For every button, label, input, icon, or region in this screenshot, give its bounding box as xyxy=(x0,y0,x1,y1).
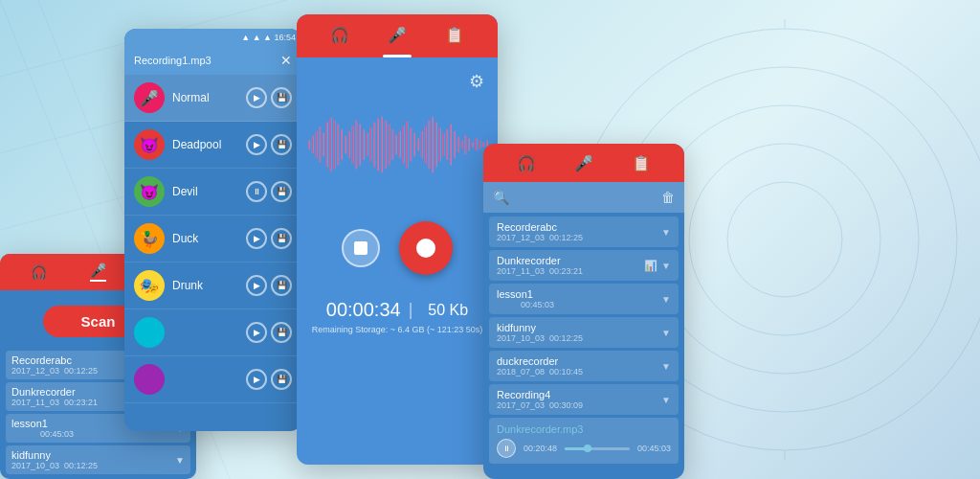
list-item[interactable]: kidfunny 2017_10_03 00:12:25 ▼ xyxy=(6,445,190,474)
delete-icon[interactable]: 🗑 xyxy=(661,190,675,205)
chevron-icon: ▼ xyxy=(661,395,671,405)
item-meta: 2017_12_03 00:12:25 xyxy=(497,233,583,242)
svg-rect-48 xyxy=(432,117,434,173)
tab-list-icon[interactable]: 📋 xyxy=(445,26,464,44)
records-list: Recorderabc 2017_12_03 00:12:25 ▼ Dunkre… xyxy=(483,217,684,415)
tab-headphones-icon[interactable]: 🎧 xyxy=(330,26,349,44)
item-right: 📊 ▼ xyxy=(644,260,671,272)
item-title: lesson1 xyxy=(11,418,74,429)
item-meta: 2017_11_03 00:23:21 xyxy=(497,266,583,276)
phone-right-topbar: 🎧 🎤 📋 xyxy=(483,144,684,182)
effect-name-normal: Normal xyxy=(172,91,238,104)
save-button-devil[interactable]: 💾 xyxy=(271,181,292,202)
tab-headphones-icon[interactable]: 🎧 xyxy=(31,264,47,280)
save-button-7[interactable]: 💾 xyxy=(271,369,292,390)
save-button-drunk[interactable]: 💾 xyxy=(271,275,292,296)
svg-rect-52 xyxy=(446,129,448,160)
pause-button-devil[interactable]: ⏸ xyxy=(246,181,267,202)
svg-rect-39 xyxy=(399,131,401,159)
playback-controls xyxy=(342,221,453,275)
play-button-7[interactable]: ▶ xyxy=(246,369,267,390)
svg-point-7 xyxy=(651,105,919,374)
item-right: ▼ xyxy=(661,328,671,338)
record-item-kidfunny[interactable]: kidfunny 2017_10_03 00:12:25 ▼ xyxy=(489,317,679,348)
save-button-duck[interactable]: 💾 xyxy=(271,228,292,249)
effect-name-deadpool: Deadpool xyxy=(172,138,238,151)
effect-avatar-duck: 🦆 xyxy=(134,223,165,254)
effect-item-devil[interactable]: 😈 Devil ⏸ 💾 xyxy=(124,169,301,216)
play-button-normal[interactable]: ▶ xyxy=(246,87,267,108)
svg-rect-43 xyxy=(413,133,415,157)
play-button-drunk[interactable]: ▶ xyxy=(246,275,267,296)
effect-item-deadpool[interactable]: 😈 Deadpool ▶ 💾 xyxy=(124,122,301,169)
play-button-deadpool[interactable]: ▶ xyxy=(246,134,267,155)
effect-actions-7: ▶ 💾 xyxy=(246,369,292,390)
record-item-duckrecorder[interactable]: duckrecorder 2018_07_08 00:10:45 ▼ xyxy=(489,351,679,381)
tab-mic-icon[interactable]: 🎤 xyxy=(90,262,106,282)
save-button-6[interactable]: 💾 xyxy=(271,322,292,343)
progress-bar[interactable] xyxy=(565,447,630,450)
svg-rect-59 xyxy=(472,142,474,148)
svg-rect-21 xyxy=(334,120,336,169)
svg-rect-47 xyxy=(428,120,430,169)
effect-item-6[interactable]: ▶ 💾 xyxy=(124,309,301,356)
play-button-duck[interactable]: ▶ xyxy=(246,228,267,249)
save-button-deadpool[interactable]: 💾 xyxy=(271,134,292,155)
recorder-area: ⚙ xyxy=(297,57,498,344)
tab-list-icon[interactable]: 📋 xyxy=(632,154,651,172)
record-item-dunkrecorder[interactable]: Dunkrecorder 2017_11_03 00:23:21 📊 ▼ xyxy=(489,250,679,281)
phone-main: 🎧 🎤 📋 ⚙ xyxy=(297,14,498,465)
item-info: lesson1 00:45:03 xyxy=(11,418,74,439)
item-info: kidfunny 2017_10_03 00:12:25 xyxy=(11,449,98,470)
progress-bar-dot xyxy=(584,445,591,452)
timer-display: 00:00:34 xyxy=(326,299,401,321)
playing-title: Dunkrecorder.mp3 xyxy=(497,423,671,435)
tab-mic-icon[interactable]: 🎤 xyxy=(574,154,593,172)
record-item-recorderabc[interactable]: Recorderabc 2017_12_03 00:12:25 ▼ xyxy=(489,217,679,247)
chevron-icon: ▼ xyxy=(661,294,671,305)
effect-item-drunk[interactable]: 🎭 Drunk ▶ 💾 xyxy=(124,262,301,309)
playing-total-time: 00:45:03 xyxy=(637,444,671,453)
playing-current-time: 00:20:48 xyxy=(523,444,557,453)
settings-icon[interactable]: ⚙ xyxy=(469,71,484,92)
svg-rect-23 xyxy=(341,129,343,160)
play-button-6[interactable]: ▶ xyxy=(246,322,267,343)
svg-rect-54 xyxy=(454,131,456,159)
item-info: kidfunny 2017_10_03 00:12:25 xyxy=(497,322,583,343)
record-item-lesson1[interactable]: lesson1 00:45:03 ▼ xyxy=(489,284,679,314)
effect-name-drunk: Drunk xyxy=(172,279,238,292)
svg-rect-24 xyxy=(345,136,346,154)
item-info: duckrecorder 2018_07_08 00:10:45 xyxy=(497,355,583,376)
chevron-icon: ▼ xyxy=(661,227,671,238)
time-display: ▲ ▲ ▲ 16:54 xyxy=(241,33,296,42)
effect-item-duck[interactable]: 🦆 Duck ▶ 💾 xyxy=(124,216,301,262)
play-pause-button[interactable]: ⏸ xyxy=(497,439,516,458)
item-info: Recorderabc 2017_12_03 00:12:25 xyxy=(11,354,98,376)
bars-icon: 📊 xyxy=(644,260,657,272)
phone-right: 🎧 🎤 📋 🔍 🗑 Recorderabc 2017_12_03 00:12:2… xyxy=(483,144,684,479)
tab-headphones-icon[interactable]: 🎧 xyxy=(517,154,536,172)
effect-item-normal[interactable]: 🎤 Normal ▶ 💾 xyxy=(124,75,301,122)
save-button-normal[interactable]: 💾 xyxy=(271,87,292,108)
search-icon[interactable]: 🔍 xyxy=(493,190,509,205)
item-meta: 2017_11_03 00:23:21 xyxy=(11,398,98,407)
effect-avatar-7 xyxy=(134,364,165,395)
svg-rect-55 xyxy=(457,136,459,152)
svg-rect-62 xyxy=(482,142,484,148)
record-item-recording4[interactable]: Recording4 2017_07_03 00:30:09 ▼ xyxy=(489,384,679,415)
svg-rect-19 xyxy=(326,122,328,168)
svg-rect-49 xyxy=(435,122,437,168)
svg-rect-15 xyxy=(312,136,314,154)
item-meta: 2017_07_03 00:30:09 xyxy=(497,400,583,410)
close-button[interactable]: ✕ xyxy=(280,53,292,68)
svg-rect-26 xyxy=(352,125,354,164)
svg-rect-17 xyxy=(319,126,321,163)
svg-rect-32 xyxy=(373,122,375,168)
stop-button[interactable] xyxy=(342,229,380,267)
waveform-svg xyxy=(306,111,488,178)
svg-rect-57 xyxy=(464,135,466,155)
item-info: Recorderabc 2017_12_03 00:12:25 xyxy=(497,221,583,242)
record-button[interactable] xyxy=(399,221,453,275)
effect-item-7[interactable]: ▶ 💾 xyxy=(124,356,301,403)
tab-mic-icon[interactable]: 🎤 xyxy=(388,26,407,44)
